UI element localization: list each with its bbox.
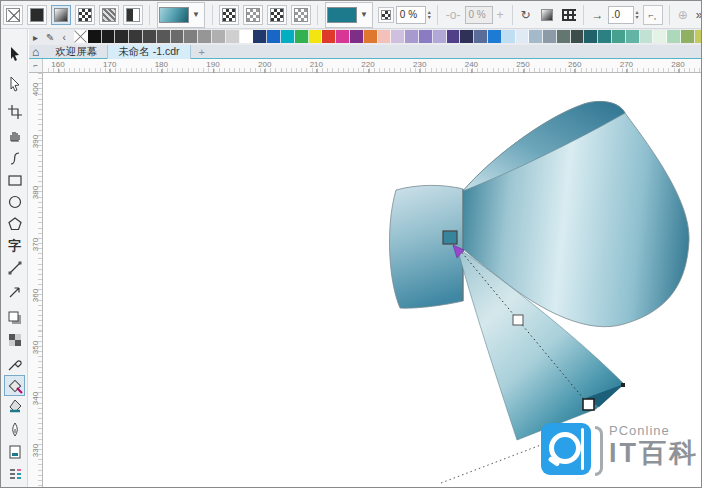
palette-color-swatch[interactable]	[516, 30, 530, 43]
palette-color-swatch[interactable]	[584, 30, 598, 43]
spinner-icon[interactable]: ▴▾	[428, 10, 431, 20]
vertical-ruler[interactable]: 400390380370360350340330	[28, 73, 43, 488]
fountain-fill-icon[interactable]	[51, 5, 71, 25]
palette-color-swatch[interactable]	[557, 30, 571, 43]
palette-color-swatch[interactable]	[88, 30, 102, 43]
horizontal-ruler[interactable]: 160170180190200210220230240250260270280	[43, 59, 702, 73]
outline-pen-tool[interactable]	[4, 419, 25, 440]
palette-color-swatch[interactable]	[640, 30, 654, 43]
palette-color-swatch[interactable]	[488, 30, 502, 43]
tab-welcome-screen[interactable]: 欢迎屏幕	[45, 45, 107, 59]
megaphone-artwork[interactable]	[389, 101, 689, 440]
palette-color-swatch[interactable]	[419, 30, 433, 43]
no-fill-icon[interactable]	[3, 5, 23, 25]
transparency-fountain-icon[interactable]	[243, 5, 263, 25]
palette-color-swatch[interactable]	[115, 30, 129, 43]
palette-color-swatch[interactable]	[653, 30, 667, 43]
fill-start-node[interactable]	[443, 231, 457, 244]
palette-color-swatch[interactable]	[295, 30, 309, 43]
mini-chevron-icon[interactable]: ‹	[62, 32, 65, 43]
home-icon[interactable]: ⌂	[32, 45, 39, 59]
node-color-picker[interactable]: ▼	[325, 2, 373, 28]
palette-color-swatch[interactable]	[447, 30, 461, 43]
spinner-icon[interactable]: ▴▾	[636, 10, 639, 20]
mini-pen-icon[interactable]: ✎	[46, 32, 54, 43]
postscript-fill-icon[interactable]	[123, 5, 143, 25]
ellipse-tool[interactable]	[4, 191, 25, 212]
palette-color-swatch[interactable]	[253, 30, 267, 43]
mesh-fill-tool[interactable]	[4, 482, 25, 488]
palette-color-swatch[interactable]	[502, 30, 516, 43]
connector-tool[interactable]	[4, 281, 25, 302]
texture-fill-icon[interactable]	[99, 5, 119, 25]
freehand-tool[interactable]	[4, 147, 25, 168]
palette-color-swatch[interactable]	[240, 30, 254, 43]
palette-color-swatch[interactable]	[226, 30, 240, 43]
palette-color-swatch[interactable]	[350, 30, 364, 43]
palette-color-swatch[interactable]	[102, 30, 116, 43]
smart-fill-tool[interactable]	[4, 395, 25, 416]
new-tab-button[interactable]: +	[199, 46, 205, 58]
palette-color-swatch[interactable]	[281, 30, 295, 43]
palette-color-swatch[interactable]	[543, 30, 557, 43]
object-styles-tool[interactable]	[4, 463, 25, 484]
palette-color-swatch[interactable]	[212, 30, 226, 43]
palette-color-swatch[interactable]	[198, 30, 212, 43]
palette-color-swatch[interactable]	[184, 30, 198, 43]
palette-color-swatch[interactable]	[667, 30, 681, 43]
palette-color-swatch[interactable]	[612, 30, 626, 43]
edge-pad-input[interactable]: .0	[608, 6, 634, 24]
palette-no-color-swatch[interactable]	[74, 30, 88, 43]
fountain-fill-picker[interactable]: ▼	[157, 2, 205, 28]
palette-color-swatch[interactable]	[474, 30, 488, 43]
palette-color-swatch[interactable]	[378, 30, 392, 43]
rectangle-tool[interactable]	[4, 169, 25, 190]
palette-color-swatch[interactable]	[433, 30, 447, 43]
palette-color-swatch[interactable]	[129, 30, 143, 43]
pick-tool[interactable]	[4, 43, 25, 64]
cylinder-body[interactable]	[389, 185, 463, 308]
palette-color-swatch[interactable]	[267, 30, 281, 43]
palette-color-swatch[interactable]	[143, 30, 157, 43]
fountain-steps-icon[interactable]	[537, 5, 557, 25]
fill-end-node[interactable]	[583, 399, 594, 410]
node-transparency-input[interactable]: 0 %	[396, 6, 426, 24]
free-scale-skew-icon[interactable]: ⌐¸	[643, 5, 663, 25]
palette-color-swatch[interactable]	[391, 30, 405, 43]
palette-color-swatch[interactable]	[460, 30, 474, 43]
ruler-origin-corner[interactable]: ⌐	[29, 59, 43, 73]
interactive-fill-tool[interactable]	[4, 375, 25, 396]
rotate-icon[interactable]: ↻	[521, 8, 531, 22]
palette-color-swatch[interactable]	[364, 30, 378, 43]
palette-color-swatch[interactable]	[309, 30, 323, 43]
pattern-fill-icon[interactable]	[75, 5, 95, 25]
palette-color-swatch[interactable]	[405, 30, 419, 43]
palette-color-swatch[interactable]	[336, 30, 350, 43]
drop-shadow-tool[interactable]	[4, 307, 25, 328]
palette-color-swatch[interactable]	[626, 30, 640, 43]
palette-color-swatch[interactable]	[322, 30, 336, 43]
wrap-fill-icon[interactable]	[562, 9, 576, 21]
palette-color-swatch[interactable]	[171, 30, 185, 43]
eyedropper-tool[interactable]	[4, 353, 25, 374]
line-tool[interactable]	[4, 257, 25, 278]
text-tool[interactable]: 字	[4, 235, 25, 256]
pan-tool[interactable]	[4, 124, 25, 145]
color-docker-tool[interactable]	[4, 441, 25, 462]
crop-tool[interactable]	[4, 101, 25, 122]
transparency-grid-icon[interactable]	[378, 7, 394, 23]
drawing-canvas[interactable]: PConline IT百科	[43, 73, 702, 488]
palette-color-swatch[interactable]	[157, 30, 171, 43]
polygon-tool[interactable]	[4, 213, 25, 234]
tab-untitled-document[interactable]: 未命名 -1.cdr	[107, 45, 190, 59]
palette-color-swatch[interactable]	[695, 30, 702, 43]
mini-pick-icon[interactable]: ▸	[33, 32, 38, 43]
transparency-pattern-icon[interactable]	[267, 5, 287, 25]
palette-color-swatch[interactable]	[681, 30, 695, 43]
transparency-uniform-icon[interactable]	[219, 5, 239, 25]
transparency-texture-icon[interactable]	[291, 5, 311, 25]
palette-color-swatch[interactable]	[529, 30, 543, 43]
shape-tool[interactable]	[4, 73, 25, 94]
uniform-fill-icon[interactable]	[27, 5, 47, 25]
more-options-chevron[interactable]: »	[696, 8, 702, 22]
